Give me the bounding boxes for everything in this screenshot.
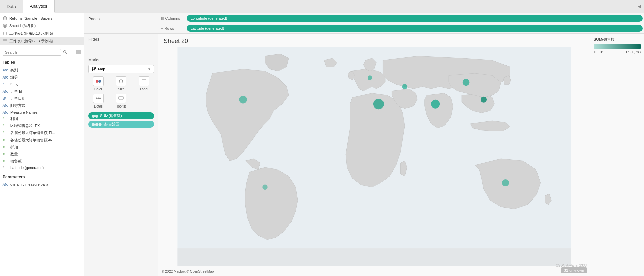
size-control-icon [116,76,126,86]
unknown-badge: 31 unknown [561,267,587,273]
marks-pill-province[interactable]: ⬤⬤⬤ 省/自治区 [88,121,154,128]
filters-title: Filters [88,37,154,42]
svg-rect-11 [79,50,80,52]
detail-icon [95,96,101,101]
legend-labels: 10,015 1,586,783 [594,50,641,54]
field-各省份max-in[interactable]: # 各省份最大订单销售额-IN [0,136,84,144]
data-source-2[interactable]: Sheet1 (漏斗图) [0,22,84,30]
data-source-name-3: 工作表1 (附录B.13 示例-超... [9,31,56,36]
search-button[interactable] [62,49,68,56]
svg-rect-24 [177,248,571,266]
field-type-label: Abc [3,90,9,93]
svg-point-33 [502,179,509,186]
field-name: 各省份最大订单销售额-FI... [10,130,81,135]
pill-color-icon: ⬤⬤ [92,114,98,118]
legend-title: SUM(销售额) [594,37,641,42]
field-name: 细分 [10,75,81,80]
field-type-label: # [3,159,9,163]
svg-point-29 [368,75,372,80]
detail-label: Detail [94,104,103,108]
data-source-name-4: 工作表1 (附录B.13 示例-超... [9,39,56,44]
marks-tooltip-control[interactable]: Tooltip [111,94,131,108]
svg-point-25 [402,84,408,89]
field-type-label: Abc [3,104,9,108]
svg-rect-22 [119,96,123,99]
tooltip-icon [118,96,124,101]
field-订单日期[interactable]: 🗓 订单日期 [0,95,84,102]
svg-point-2 [3,32,7,33]
rows-shelf: ≡ Rows Latitude (generated) [158,23,644,33]
columns-pill[interactable]: Longitude (generated) [187,15,643,22]
marks-panel: Marks 🗺 Map ▼ Color [84,54,158,276]
data-source-4[interactable]: 工作表1 (附录B.13 示例-超... [0,37,84,45]
marks-size-control[interactable]: Size [111,76,131,91]
size-icon [118,79,124,84]
svg-rect-13 [79,52,80,54]
rows-pill[interactable]: Latitude (generated) [187,25,643,32]
filter-icon [70,50,74,54]
svg-rect-3 [3,40,7,43]
svg-point-5 [64,50,66,53]
field-利润[interactable]: # 利润 [0,115,84,122]
shelf-area: ||| Columns Longitude (generated) ≡ Rows… [158,13,644,34]
field-折扣[interactable]: # 折扣 [0,144,84,151]
field-区域销售总和[interactable]: # 区域销售总和- EX [0,122,84,129]
field-latitude[interactable]: # Latitude (generated) [0,165,84,171]
field-邮寄方式[interactable]: Abc 邮寄方式 [0,102,84,109]
view-toggle-button[interactable] [76,49,81,56]
marks-color-control[interactable]: Color [88,76,109,91]
world-map-svg [158,47,590,266]
collapse-button[interactable]: ◀ [634,0,644,13]
field-销售额[interactable]: # 销售额 [0,158,84,165]
label-control-icon: T [139,76,149,86]
field-類別[interactable]: Abc 类别 [0,67,84,74]
marks-pill-sum-sales[interactable]: ⬤⬤ SUM(销售额) [88,112,154,119]
color-control-icon [93,76,104,86]
field-订单Id[interactable]: Abc 订单 Id [0,88,84,95]
sheet-title: Sheet 20 [164,38,188,45]
param-dynamic[interactable]: Abc dynamic measure para [0,181,84,187]
left-sidebar: Returns (Sample - Supers... Sheet1 (漏斗图)… [0,13,84,276]
field-name: 数量 [10,152,81,157]
field-measure-names[interactable]: Abc Measure Names [0,109,84,115]
field-各省份max-fi[interactable]: # 各省份最大订单销售额-FI... [0,129,84,136]
main-layout: Returns (Sample - Supers... Sheet1 (漏斗图)… [0,13,644,276]
data-source-3[interactable]: 工作表1 (附录B.13 示例-超... [0,30,84,37]
marks-label-control[interactable]: T Label [134,76,154,91]
canvas-main[interactable]: Sheet 20 [158,34,590,276]
svg-rect-12 [77,52,78,54]
svg-point-20 [97,98,99,99]
tab-analytics[interactable]: Analytics [23,0,54,13]
field-name: 订单 Id [10,89,81,94]
filter-button[interactable] [69,49,74,56]
marks-detail-control[interactable]: Detail [88,94,109,108]
database-icon-4 [3,39,7,44]
marks-type-dropdown[interactable]: 🗺 Map ▼ [88,65,154,73]
param-name: dynamic measure para [10,182,81,186]
field-type-label: 🗓 [3,97,9,100]
field-name: 利润 [10,116,81,121]
field-list-container: Tables Abc 类别 Abc 细分 # 行 Id [0,58,84,276]
field-数量[interactable]: # 数量 [0,151,84,158]
rows-label: ≡ Rows [158,26,185,30]
rows-pill-label: Latitude (generated) [191,26,224,30]
tab-data[interactable]: Data [0,0,23,13]
field-type-label: # [3,145,9,149]
search-input[interactable] [3,49,61,56]
database-icon-2 [3,24,7,28]
columns-label: ||| Columns [158,16,185,20]
svg-point-15 [98,80,101,83]
data-source-1[interactable]: Returns (Sample - Supers... [0,14,84,22]
field-panel: Tables Abc 类别 Abc 细分 # 行 Id [0,58,84,276]
field-name: 区域销售总和- EX [10,123,81,128]
legend-gradient [594,44,641,49]
field-细分[interactable]: Abc 细分 [0,74,84,81]
field-type-label: # [3,117,9,121]
columns-bars-icon: ||| [161,16,164,20]
params-section: Parameters Abc dynamic measure para [0,171,84,189]
svg-point-32 [262,185,268,190]
field-name: 订单日期 [10,96,81,101]
pages-section: Pages [84,13,158,34]
field-行Id[interactable]: # 行 Id [0,81,84,88]
data-source-name-1: Returns (Sample - Supers... [9,16,55,20]
